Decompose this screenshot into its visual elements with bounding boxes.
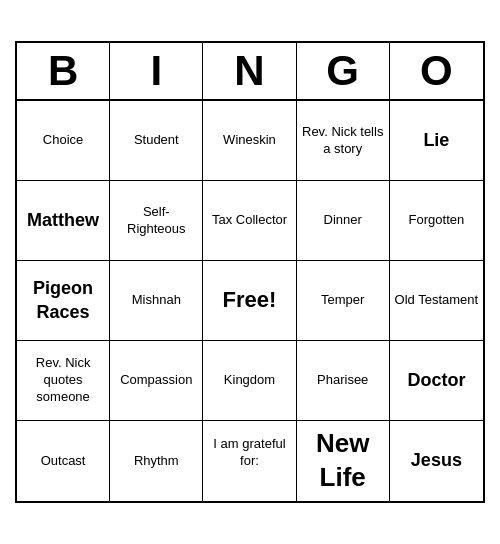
bingo-cell: Kingdom [203,341,296,421]
grateful-text: I am grateful for: [207,436,291,487]
bingo-cell: Mishnah [110,261,203,341]
bingo-header-letter: I [110,43,203,99]
bingo-cell: Dinner [297,181,390,261]
bingo-cell: Student [110,101,203,181]
bingo-header-letter: B [17,43,110,99]
bingo-header-letter: N [203,43,296,99]
bingo-cell: Pharisee [297,341,390,421]
bingo-cell: Doctor [390,341,483,421]
bingo-header: BINGO [17,43,483,101]
bingo-cell: Old Testament [390,261,483,341]
bingo-cell: Matthew [17,181,110,261]
bingo-card: BINGO ChoiceStudentWineskinRev. Nick tel… [15,41,485,503]
bingo-cell: Rev. Nick quotes someone [17,341,110,421]
bingo-cell: Choice [17,101,110,181]
bingo-cell: Free! [203,261,296,341]
bingo-cell: Lie [390,101,483,181]
bingo-cell: Jesus [390,421,483,501]
bingo-header-letter: O [390,43,483,99]
bingo-cell: Self-Righteous [110,181,203,261]
bingo-cell: Wineskin [203,101,296,181]
bingo-cell: Pigeon Races [17,261,110,341]
bingo-grid: ChoiceStudentWineskinRev. Nick tells a s… [17,101,483,501]
bingo-cell: Rev. Nick tells a story [297,101,390,181]
bingo-cell: Temper [297,261,390,341]
bingo-cell: Tax Collector [203,181,296,261]
bingo-cell: Forgotten [390,181,483,261]
bingo-cell: I am grateful for: [203,421,296,501]
bingo-cell: Outcast [17,421,110,501]
bingo-header-letter: G [297,43,390,99]
bingo-cell: New Life [297,421,390,501]
bingo-cell: Rhythm [110,421,203,501]
bingo-cell: Compassion [110,341,203,421]
